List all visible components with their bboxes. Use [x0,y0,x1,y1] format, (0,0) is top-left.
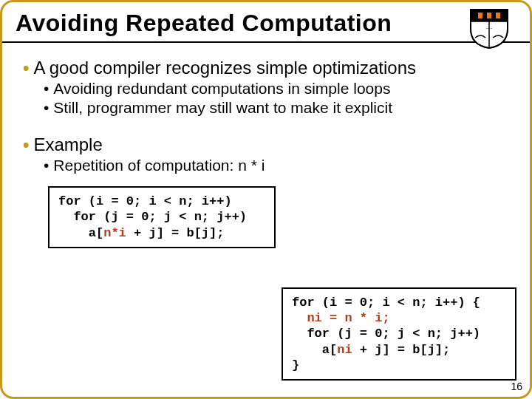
bullet-text: Repetition of computation: n * i [53,157,265,174]
bullet-level1: •A good compiler recognizes simple optim… [23,58,509,78]
slide-body: •A good compiler recognizes simple optim… [2,43,530,248]
page-number: 16 [511,381,522,392]
code-line: for (i = 0; i < n; i++) [58,194,232,208]
bullet-level1: •Example [23,134,509,155]
bullet-dot-icon: • [44,80,49,97]
svg-text:• • •: • • • [486,27,492,30]
code-line: } [292,358,299,372]
code-line-part: + j] = b[j]; [352,343,451,357]
code-line: for (j = 0; j < n; j++) [58,210,247,224]
code-line-part: a[ [292,343,337,357]
code-box-before: for (i = 0; i < n; i++) for (j = 0; j < … [48,186,276,248]
code-line: for (i = 0; i < n; i++) { [292,296,480,310]
svg-rect-0 [478,13,482,18]
title-bar: Avoiding Repeated Computation • • • [2,2,530,43]
svg-rect-1 [487,13,491,18]
bullet-dot-icon: • [23,134,29,154]
bullet-text: Still, programmer may still want to make… [53,99,392,116]
slide-frame: Avoiding Repeated Computation • • • •A g… [0,0,532,399]
bullet-dot-icon: • [44,157,49,174]
bullet-dot-icon: • [23,58,29,78]
princeton-crest-icon: • • • [468,7,511,50]
code-line-part: + j] = b[j]; [126,226,225,240]
bullet-text: A good compiler recognizes simple optimi… [33,58,416,78]
code-highlight: ni [337,343,352,357]
bullet-dot-icon: • [44,99,49,116]
bullet-text: Example [33,134,102,154]
bullet-level2: •Avoiding redundant computations in simp… [44,80,509,98]
code-highlight: n*i [103,226,126,240]
code-line-part: a[ [58,226,103,240]
code-line: for (j = 0; j < n; j++) [292,327,480,341]
code-line-part [292,311,307,325]
bullet-text: Avoiding redundant computations in simpl… [53,80,390,97]
code-box-after: for (i = 0; i < n; i++) { ni = n * i; fo… [282,287,516,381]
bullet-level2: •Still, programmer may still want to mak… [44,99,509,117]
svg-rect-2 [496,13,500,18]
bullet-level2: •Repetition of computation: n * i [44,157,509,174]
slide-title: Avoiding Repeated Computation [16,10,516,37]
code-highlight: ni = n * i; [307,311,389,325]
